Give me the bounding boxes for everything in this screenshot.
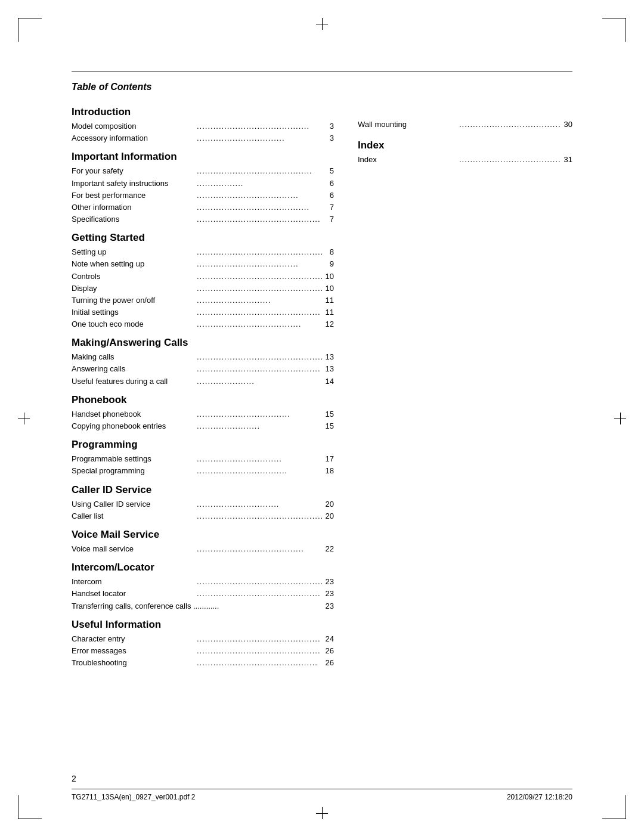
toc-entry: Wall mounting ..........................… (358, 119, 572, 131)
toc-entry: Important safety instructions ..........… (72, 178, 334, 190)
toc-page: 10 (322, 271, 334, 283)
toc-page: 6 (322, 178, 334, 190)
toc-dots: ..................... (197, 376, 322, 388)
toc-label: Initial settings (72, 306, 197, 318)
reg-mark-bottom (316, 807, 328, 819)
top-border-line (72, 72, 572, 72)
toc-dots: ........................................… (197, 165, 322, 177)
reg-mark-right (614, 413, 626, 424)
toc-dots: ........................................… (197, 510, 322, 522)
toc-page: 17 (322, 453, 334, 465)
toc-page: 20 (322, 498, 334, 510)
toc-dots: ........................................… (197, 576, 322, 588)
toc-entry: Display ................................… (72, 283, 334, 294)
toc-page: 13 (322, 363, 334, 375)
reg-mark-top (316, 18, 328, 30)
toc-page: 3 (322, 132, 334, 144)
toc-page: 23 (322, 576, 334, 588)
toc-page: 14 (322, 376, 334, 388)
toc-columns: Introduction Model composition .........… (72, 100, 572, 669)
toc-entry: Setting up .............................… (72, 246, 334, 258)
page-number: 2 (72, 774, 76, 783)
toc-page: 5 (322, 165, 334, 177)
toc-page: 20 (322, 510, 334, 522)
toc-label: Troubleshooting (72, 657, 197, 669)
toc-page: 22 (322, 543, 334, 555)
toc-label: Display (72, 283, 197, 294)
toc-dots: ........................................… (197, 120, 322, 132)
toc-entry: Error messages .........................… (72, 645, 334, 657)
footer-left: TG2711_13SA(en)_0927_ver001.pdf 2 (72, 793, 196, 801)
toc-label: Programmable settings (72, 453, 197, 465)
toc-entry: Initial settings .......................… (72, 306, 334, 318)
toc-dots: ........................................… (197, 283, 322, 294)
toc-entry: Model composition ......................… (72, 120, 334, 132)
corner-mark-bl (18, 783, 54, 819)
toc-entry: Character entry ........................… (72, 633, 334, 645)
section-header-caller-id: Caller ID Service (72, 483, 334, 497)
toc-label: Important safety instructions (72, 178, 197, 190)
toc-page: 18 (322, 465, 334, 477)
toc-dots: ................................ (197, 132, 322, 144)
toc-dots: ....................... (197, 420, 322, 432)
toc-page: 7 (322, 213, 334, 225)
page-content: Table of Contents Introduction Model com… (72, 72, 572, 777)
toc-right-column: Wall mounting ..........................… (358, 100, 572, 669)
toc-label: Model composition (72, 120, 197, 132)
toc-label: Transferring calls, conference calls ...… (72, 600, 219, 612)
toc-dots: ........................................… (459, 119, 561, 131)
toc-label: Character entry (72, 633, 197, 645)
toc-entry: Other information ......................… (72, 202, 334, 213)
toc-entry: Handset locator ........................… (72, 588, 334, 600)
toc-dots: ....................................... (197, 543, 322, 555)
toc-dots: ........................................… (459, 154, 561, 166)
section-header-programming: Programming (72, 438, 334, 451)
toc-page: 9 (322, 258, 334, 270)
toc-label: Controls (72, 271, 197, 283)
corner-mark-tr (590, 18, 626, 54)
toc-label: One touch eco mode (72, 318, 197, 330)
toc-entry: Answering calls ........................… (72, 363, 334, 375)
toc-entry: Transferring calls, conference calls ...… (72, 600, 334, 612)
toc-label: For your safety (72, 165, 197, 177)
toc-dots: ........................................… (197, 213, 322, 225)
toc-entry: Voice mail service .....................… (72, 543, 334, 555)
section-header-introduction: Introduction (72, 106, 334, 119)
toc-page: 6 (322, 190, 334, 202)
toc-page: 30 (561, 119, 572, 131)
toc-dots: ........................................… (197, 202, 322, 213)
section-header-intercom: Intercom/Locator (72, 561, 334, 574)
toc-entry: Troubleshooting ........................… (72, 657, 334, 669)
toc-page: 10 (322, 283, 334, 294)
toc-dots: ............................... (197, 453, 322, 465)
toc-entry: Useful features during a call ..........… (72, 376, 334, 388)
toc-label: Answering calls (72, 363, 197, 375)
toc-label: Other information (72, 202, 197, 213)
section-header-important-information: Important Information (72, 150, 334, 163)
toc-dots: ........................... (197, 294, 322, 306)
toc-dots: ........................................… (197, 633, 322, 645)
reg-mark-left (18, 413, 30, 424)
section-header-getting-started: Getting Started (72, 231, 334, 244)
toc-page: 11 (322, 294, 334, 306)
toc-dots: ........................................… (197, 246, 322, 258)
toc-dots: ........................................… (197, 588, 322, 600)
toc-page: 8 (322, 246, 334, 258)
toc-entry: Caller list ............................… (72, 510, 334, 522)
toc-entry: For your safety ........................… (72, 165, 334, 177)
section-header-index: Index (358, 139, 572, 152)
toc-label: Handset phonebook (72, 408, 197, 420)
toc-entry: Special programming ....................… (72, 465, 334, 477)
toc-page: 23 (322, 588, 334, 600)
toc-label: Voice mail service (72, 543, 197, 555)
toc-dots: ........................................… (197, 271, 322, 283)
toc-page: 13 (322, 351, 334, 363)
toc-entry: Intercom ...............................… (72, 576, 334, 588)
toc-label: Note when setting up (72, 258, 197, 270)
toc-entry: Controls ...............................… (72, 271, 334, 283)
toc-dots: .................................. (197, 408, 322, 420)
toc-page: 15 (322, 420, 334, 432)
toc-entry: One touch eco mode .....................… (72, 318, 334, 330)
toc-entry: Handset phonebook ......................… (72, 408, 334, 420)
toc-dots: ........................................… (197, 657, 322, 669)
